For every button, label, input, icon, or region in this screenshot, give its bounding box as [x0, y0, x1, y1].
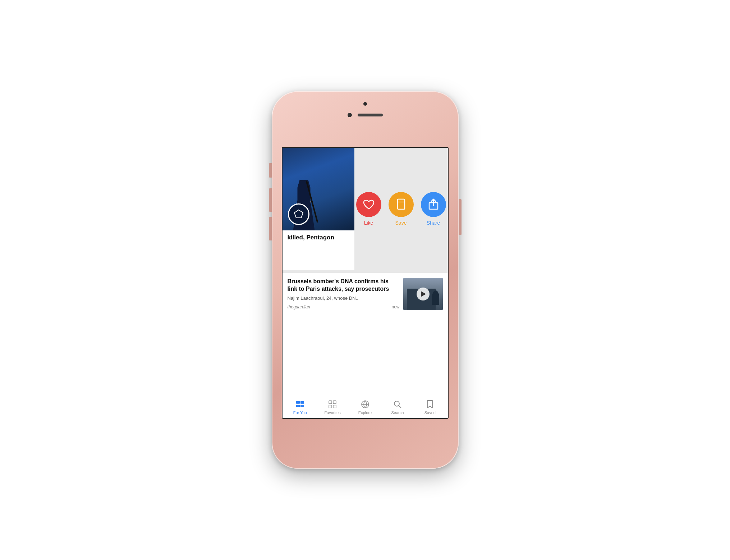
nav-item-explore[interactable]: Explore — [349, 396, 381, 415]
search-svg — [393, 400, 402, 409]
mute-button[interactable] — [269, 163, 272, 178]
divider — [283, 270, 448, 273]
for-you-icon — [295, 399, 305, 409]
heart-icon — [363, 199, 375, 210]
card-2-image — [403, 278, 443, 310]
play-button[interactable] — [417, 288, 430, 300]
person-shape — [432, 290, 439, 305]
nav-item-search[interactable]: Search — [381, 396, 414, 415]
favorites-label: Favorites — [324, 410, 340, 415]
phone-screen: ON — [282, 147, 449, 419]
save-action[interactable]: Save — [389, 192, 414, 226]
article-card-2[interactable]: Brussels bomber's DNA confirms his link … — [283, 273, 448, 393]
share-action[interactable]: Share — [421, 192, 446, 226]
svg-rect-4 — [300, 401, 304, 404]
card-2-source: theguardian — [288, 304, 310, 309]
card-2-text: Brussels bomber's DNA confirms his link … — [288, 278, 400, 310]
for-you-svg — [295, 400, 305, 408]
search-icon — [392, 399, 403, 409]
svg-rect-8 — [333, 401, 336, 404]
for-you-label: For You — [293, 410, 307, 415]
svg-rect-5 — [296, 405, 300, 407]
share-icon — [428, 198, 439, 211]
svg-rect-3 — [296, 401, 300, 404]
svg-rect-7 — [329, 401, 332, 404]
card-2-excerpt: Najim Laachraoui, 24, whose DN... — [288, 295, 400, 302]
explore-label: Explore — [358, 410, 372, 415]
bookmark-icon — [396, 198, 406, 211]
explore-svg — [361, 400, 369, 409]
card-1-top: ON — [283, 148, 448, 230]
camera-dot — [348, 113, 352, 117]
svg-rect-9 — [329, 405, 332, 408]
like-label: Like — [364, 220, 373, 226]
volume-down-button[interactable] — [269, 217, 272, 240]
svg-rect-1 — [398, 199, 405, 209]
pentagon-svg — [293, 209, 304, 220]
card-2-meta: theguardian now — [288, 304, 400, 309]
earpiece-speaker — [358, 114, 383, 116]
action-buttons-row: Like — [356, 192, 446, 226]
share-label: Share — [427, 220, 440, 226]
like-action[interactable]: Like — [356, 192, 381, 226]
nav-item-saved[interactable]: Saved — [414, 396, 446, 415]
share-circle[interactable] — [421, 192, 446, 217]
front-camera — [363, 102, 367, 106]
phone-top-area — [329, 113, 401, 117]
card-2-inner: Brussels bomber's DNA confirms his link … — [288, 278, 443, 310]
play-triangle-icon — [421, 291, 426, 297]
like-circle[interactable] — [356, 192, 381, 217]
article-card-1[interactable]: ON — [283, 148, 448, 270]
favorites-icon — [327, 399, 338, 409]
pentagon-emblem — [288, 203, 309, 225]
favorites-svg — [328, 400, 337, 409]
explore-icon — [360, 399, 370, 409]
volume-up-button[interactable] — [269, 188, 272, 212]
save-label: Save — [395, 220, 407, 226]
save-circle[interactable] — [389, 192, 414, 217]
screen-content: ON — [283, 148, 448, 418]
scene: ON — [0, 0, 730, 560]
power-button[interactable] — [459, 199, 462, 235]
card-2-time: now — [391, 304, 399, 309]
saved-svg — [426, 400, 433, 409]
swipe-action-overlay: Like — [354, 148, 448, 270]
article-1-image: ON — [283, 148, 354, 230]
svg-marker-0 — [294, 210, 303, 218]
nav-item-favorites[interactable]: Favorites — [316, 396, 349, 415]
svg-line-13 — [399, 406, 401, 408]
bottom-navigation: For You Favorites — [283, 393, 448, 418]
card-2-headline: Brussels bomber's DNA confirms his link … — [288, 278, 400, 293]
svg-rect-6 — [300, 405, 304, 407]
nav-item-for-you[interactable]: For You — [284, 396, 316, 415]
phone: ON — [272, 91, 459, 469]
saved-label: Saved — [424, 410, 436, 415]
search-label: Search — [391, 410, 404, 415]
svg-rect-10 — [333, 405, 336, 408]
saved-icon — [425, 399, 435, 409]
